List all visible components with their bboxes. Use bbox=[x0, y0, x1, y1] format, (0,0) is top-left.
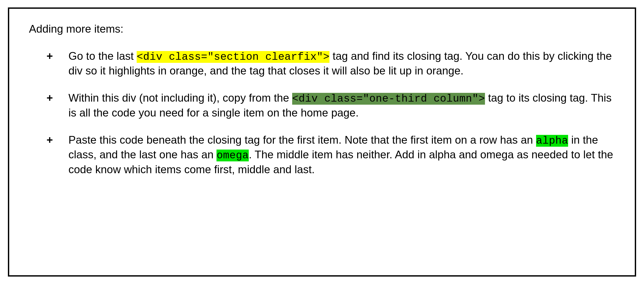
item1-text-a: Go to the last bbox=[68, 50, 137, 62]
code-snippet-one-third-column: <div class="one-third column"> bbox=[292, 93, 485, 105]
heading: Adding more items: bbox=[29, 22, 615, 36]
list-item: Go to the last <div class="section clear… bbox=[46, 49, 615, 78]
code-snippet-alpha: alpha bbox=[536, 135, 568, 147]
bullet-list: Go to the last <div class="section clear… bbox=[29, 49, 615, 176]
item2-text-a: Within this div (not including it), copy… bbox=[68, 92, 292, 104]
content-frame: Adding more items: Go to the last <div c… bbox=[8, 7, 636, 277]
page: Adding more items: Go to the last <div c… bbox=[0, 0, 644, 284]
item3-text-a: Paste this code beneath the closing tag … bbox=[68, 134, 536, 146]
list-item: Within this div (not including it), copy… bbox=[46, 91, 615, 120]
code-snippet-omega: omega bbox=[216, 149, 249, 161]
list-item: Paste this code beneath the closing tag … bbox=[46, 133, 615, 176]
code-snippet-section-clearfix: <div class="section clearfix"> bbox=[137, 51, 330, 63]
